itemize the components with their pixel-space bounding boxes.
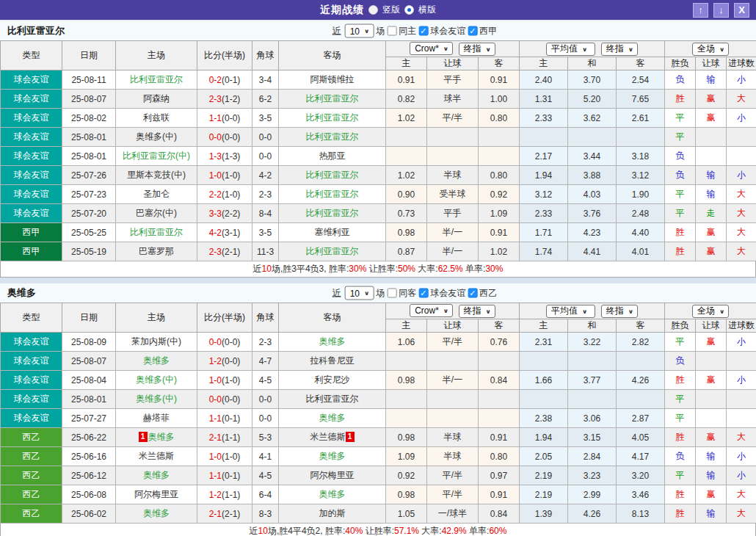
move-down-button[interactable]: ↓ — [713, 3, 729, 18]
col-header-date: 日期 — [62, 303, 116, 333]
home-odds-cell: 0.98 — [386, 223, 427, 242]
same-home-checkbox[interactable] — [387, 26, 396, 36]
recent-count-value: 10 — [350, 288, 360, 298]
recent-count-select[interactable]: 10 — [345, 24, 374, 38]
home-odds-cell: 0.92 — [386, 466, 427, 485]
team-name-text: 比利亚雷亚尔 — [130, 227, 183, 237]
avg-home-odds-cell: 1.66 — [520, 371, 568, 390]
odds-company-select[interactable]: Crow* — [410, 42, 453, 55]
match-type-cell: 球会友谊 — [1, 371, 62, 390]
team-name-text: 奥维多 — [143, 508, 170, 518]
col-header-home: 主场 — [116, 41, 197, 70]
fulltime-select[interactable]: 全场 — [692, 305, 729, 318]
date-cell: 25-06-12 — [62, 466, 116, 485]
home-team-cell: 奥维多 — [116, 466, 197, 485]
final-odds-select[interactable]: 终指 — [459, 305, 495, 318]
fulltime-score: 1-2 — [209, 490, 222, 500]
fulltime-score: 0-0 — [209, 337, 222, 347]
score-cell: 1-0(1-0) — [197, 371, 252, 390]
score-cell: 2-3(2-1) — [197, 242, 252, 261]
corners-cell: 4-1 — [252, 447, 279, 466]
avg-away-odds-cell — [617, 128, 665, 147]
away-odds-cell: 0.91 — [479, 223, 520, 242]
away-team-cell: 比利亚雷亚尔 — [279, 166, 386, 185]
table-row: 球会友谊 25-07-23 圣加仑 2-2(1-0) 2-3 比利亚雷亚尔 0.… — [1, 185, 756, 204]
recent-link[interactable]: 近 — [332, 25, 341, 37]
recent-link[interactable]: 近 — [332, 287, 341, 300]
final-average-select[interactable]: 终指 — [601, 305, 638, 318]
sub-header-avg-away: 客 — [617, 319, 665, 333]
team-name-text: 阿斯顿维拉 — [310, 74, 355, 84]
team-name-text: 阿森纳 — [143, 93, 170, 104]
team-name-text: 塞维利亚 — [315, 227, 350, 237]
goals-result-cell: 大 — [727, 504, 756, 524]
result-cell: 胜 — [665, 504, 696, 524]
red-card-badge: 1 — [346, 432, 355, 442]
avg-draw-odds-cell — [568, 352, 617, 371]
avg-draw-odds-cell: 4.26 — [568, 504, 617, 524]
handicap-result-cell — [696, 390, 727, 409]
result-cell: 平 — [665, 128, 696, 147]
fulltime-score: 1-0 — [209, 452, 222, 462]
away-odds-cell: 0.80 — [479, 447, 520, 466]
final-average-select[interactable]: 终指 — [601, 43, 638, 56]
away-team-cell: 奥维多 — [279, 409, 386, 428]
date-cell: 25-07-20 — [62, 204, 116, 223]
same-away-checkbox[interactable] — [387, 289, 396, 298]
fulltime-score: 2-1 — [209, 432, 222, 443]
handicap-cell: 平手 — [427, 70, 479, 90]
home-odds-cell: 0.98 — [386, 371, 427, 390]
handicap-cell — [427, 352, 479, 371]
halftime-score: (1-1) — [222, 490, 240, 500]
sub-header-avg-home: 主 — [520, 319, 568, 333]
fulltime-score: 4-2 — [209, 228, 222, 238]
fulltime-score: 3-3 — [209, 209, 222, 219]
vertical-layout-radio[interactable] — [368, 5, 378, 15]
handicap-result-cell: 输 — [696, 185, 727, 204]
fulltime-score: 1-1 — [209, 471, 222, 481]
away-team-cell: 比利亚雷亚尔 — [279, 109, 386, 128]
date-cell: 25-06-16 — [62, 447, 116, 466]
away-team-cell: 奥维多 — [279, 333, 386, 352]
team-name-text: 奥维多 — [143, 470, 170, 480]
fulltime-score: 0-2 — [209, 75, 222, 85]
league-label: 西乙 — [479, 287, 497, 300]
friendly-checkbox[interactable] — [418, 289, 428, 298]
table-row: 球会友谊 25-08-09 莱加内斯(中) 0-0(0-0) 2-3 奥维多 1… — [1, 333, 756, 352]
fulltime-select[interactable]: 全场 — [692, 43, 729, 56]
col-header-type: 类型 — [1, 41, 62, 70]
handicap-result-cell: 赢 — [696, 333, 727, 352]
close-button[interactable]: X — [734, 3, 749, 18]
move-up-button[interactable]: ↑ — [693, 3, 708, 18]
odds-company-select[interactable]: Crow* — [410, 304, 453, 317]
red-card-badge: 1 — [139, 432, 148, 442]
date-cell: 25-07-23 — [62, 185, 116, 204]
average-select[interactable]: 平均值 — [546, 43, 595, 56]
goals-result-cell: 大 — [727, 90, 756, 109]
home-odds-cell — [386, 128, 427, 147]
filter-bar: 近 10 场 同主 球会友谊 西甲 — [332, 24, 498, 38]
matches-table: 类型 日期 主场 比分(半场) 角球 客场 Crow* 终指 平均值 终指 — [0, 40, 756, 261]
league-checkbox[interactable] — [468, 26, 477, 36]
handicap-result-cell: 赢 — [696, 428, 727, 447]
horizontal-layout-radio[interactable] — [404, 5, 414, 15]
team-name-text: 热那亚 — [319, 151, 346, 161]
average-value: 平均值 — [551, 43, 578, 55]
final-odds-select[interactable]: 终指 — [459, 43, 495, 56]
sub-header-goals-result: 进球数 — [727, 57, 756, 70]
away-odds-cell: 0.91 — [479, 428, 520, 447]
avg-away-odds-cell: 3.12 — [617, 166, 665, 185]
avg-draw-odds-cell: 2.84 — [568, 447, 617, 466]
handicap-result-cell: 走 — [696, 204, 727, 223]
home-odds-cell: 0.73 — [386, 204, 427, 223]
table-row: 西乙 25-06-08 阿尔梅里亚 1-2(1-1) 6-4 奥维多 0.98 … — [1, 485, 756, 504]
league-checkbox[interactable] — [468, 289, 477, 298]
friendly-checkbox[interactable] — [418, 26, 428, 36]
sub-header-handicap: 让球 — [427, 319, 479, 333]
average-select[interactable]: 平均值 — [546, 305, 595, 318]
table-row: 球会友谊 25-07-27 赫塔菲 1-1(0-1) 0-0 奥维多 2.38 … — [1, 409, 756, 428]
recent-count-select[interactable]: 10 — [345, 286, 374, 300]
table-row: 西乙 25-06-22 1奥维多 2-1(1-1) 5-3 米兰德斯1 0.98… — [1, 428, 756, 447]
home-odds-cell — [386, 409, 427, 428]
result-cell: 平 — [665, 390, 696, 409]
